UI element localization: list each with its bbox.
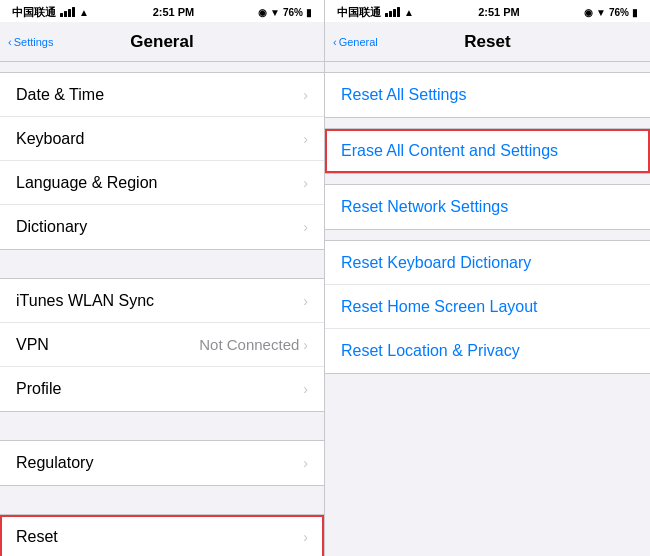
nav-title-left: General (130, 32, 193, 52)
list-item[interactable]: Regulatory › (0, 441, 324, 485)
gap (325, 118, 650, 128)
list-item[interactable]: iTunes WLAN Sync › (0, 279, 324, 323)
gap (0, 412, 324, 440)
reset-network-item[interactable]: Reset Network Settings (325, 185, 650, 229)
item-right: › (303, 87, 308, 103)
gap (325, 230, 650, 240)
item-label: Regulatory (16, 454, 93, 472)
back-button-right[interactable]: ‹ General (333, 36, 380, 48)
section-4-left: Reset › (0, 514, 324, 556)
item-label: Dictionary (16, 218, 87, 236)
gap (325, 174, 650, 184)
reset-all-settings-item[interactable]: Reset All Settings (325, 73, 650, 117)
battery-icon-right: ▼ (596, 7, 606, 18)
battery-bar-left: ▮ (306, 7, 312, 18)
section-4-right: Reset Keyboard Dictionary Reset Home Scr… (325, 240, 650, 374)
gap (0, 250, 324, 278)
location-icon-right: ◉ (584, 7, 593, 18)
list-item[interactable]: Dictionary › (0, 205, 324, 249)
chevron-icon: › (303, 175, 308, 191)
item-right: › (303, 381, 308, 397)
item-right: › (303, 455, 308, 471)
reset-network-label: Reset Network Settings (341, 198, 508, 216)
time-left: 2:51 PM (153, 6, 195, 18)
reset-homescreen-item[interactable]: Reset Home Screen Layout (325, 285, 650, 329)
item-right: › (303, 293, 308, 309)
section-2-left: iTunes WLAN Sync › VPN Not Connected › P… (0, 278, 324, 412)
section-1-left: Date & Time › Keyboard › Language & Regi… (0, 72, 324, 250)
battery-pct-right: 76% (609, 7, 629, 18)
status-bar-right: 中国联通 ▲ 2:51 PM ◉ ▼ 76% ▮ (325, 0, 650, 22)
content-left: Date & Time › Keyboard › Language & Regi… (0, 62, 324, 556)
reset-label: Reset (16, 528, 58, 546)
section-3-left: Regulatory › (0, 440, 324, 486)
reset-location-label: Reset Location & Privacy (341, 342, 520, 360)
status-bar-left: 中国联通 ▲ 2:51 PM ◉ ▼ 76% ▮ (0, 0, 324, 22)
left-panel: 中国联通 ▲ 2:51 PM ◉ ▼ 76% ▮ ‹ Settings Gene… (0, 0, 325, 556)
reset-keyboard-item[interactable]: Reset Keyboard Dictionary (325, 241, 650, 285)
signal-icon-left (60, 7, 75, 17)
status-right-left: ◉ ▼ 76% ▮ (258, 7, 312, 18)
chevron-icon: › (303, 293, 308, 309)
item-right: › (303, 175, 308, 191)
reset-keyboard-label: Reset Keyboard Dictionary (341, 254, 531, 272)
list-item[interactable]: Date & Time › (0, 73, 324, 117)
signal-icon-right (385, 7, 400, 17)
chevron-icon: › (303, 219, 308, 235)
item-value: Not Connected (199, 336, 299, 353)
chevron-icon: › (303, 131, 308, 147)
location-icon-left: ◉ (258, 7, 267, 18)
item-right: › (303, 219, 308, 235)
carrier-left: 中国联通 (12, 5, 56, 20)
back-label-right: General (339, 36, 378, 48)
item-label: iTunes WLAN Sync (16, 292, 154, 310)
list-item[interactable]: Profile › (0, 367, 324, 411)
back-button-left[interactable]: ‹ Settings (8, 36, 55, 48)
status-right-right: ◉ ▼ 76% ▮ (584, 7, 638, 18)
list-item[interactable]: VPN Not Connected › (0, 323, 324, 367)
reset-homescreen-label: Reset Home Screen Layout (341, 298, 538, 316)
item-right: › (303, 131, 308, 147)
section-1-right: Reset All Settings (325, 72, 650, 118)
erase-all-label: Erase All Content and Settings (341, 142, 558, 160)
nav-bar-right: ‹ General Reset (325, 22, 650, 62)
status-left-right: 中国联通 ▲ (337, 5, 414, 20)
wifi-icon-left: ▲ (79, 7, 89, 18)
reset-item[interactable]: Reset › (0, 515, 324, 556)
section-3-right: Reset Network Settings (325, 184, 650, 230)
reset-location-item[interactable]: Reset Location & Privacy (325, 329, 650, 373)
battery-icon-left: ▼ (270, 7, 280, 18)
chevron-icon: › (303, 529, 308, 545)
gap (0, 62, 324, 72)
carrier-right: 中国联通 (337, 5, 381, 20)
chevron-icon: › (303, 455, 308, 471)
battery-pct-left: 76% (283, 7, 303, 18)
gap (325, 62, 650, 72)
erase-all-item[interactable]: Erase All Content and Settings (325, 129, 650, 173)
battery-bar-right: ▮ (632, 7, 638, 18)
item-label: Date & Time (16, 86, 104, 104)
back-label-left: Settings (14, 36, 54, 48)
reset-all-label: Reset All Settings (341, 86, 466, 104)
nav-bar-left: ‹ Settings General (0, 22, 324, 62)
chevron-icon: › (303, 87, 308, 103)
section-2-right: Erase All Content and Settings (325, 128, 650, 174)
item-label: VPN (16, 336, 49, 354)
item-label: Language & Region (16, 174, 157, 192)
time-right: 2:51 PM (478, 6, 520, 18)
nav-title-right: Reset (464, 32, 510, 52)
item-label: Keyboard (16, 130, 85, 148)
content-right: Reset All Settings Erase All Content and… (325, 62, 650, 556)
status-left: 中国联通 ▲ (12, 5, 89, 20)
list-item[interactable]: Language & Region › (0, 161, 324, 205)
list-item[interactable]: Keyboard › (0, 117, 324, 161)
item-right: Not Connected › (199, 336, 308, 353)
chevron-icon: › (303, 337, 308, 353)
gap (0, 486, 324, 514)
right-panel: 中国联通 ▲ 2:51 PM ◉ ▼ 76% ▮ ‹ General Reset (325, 0, 650, 556)
wifi-icon-right: ▲ (404, 7, 414, 18)
chevron-icon: › (303, 381, 308, 397)
item-right: › (303, 529, 308, 545)
item-label: Profile (16, 380, 61, 398)
